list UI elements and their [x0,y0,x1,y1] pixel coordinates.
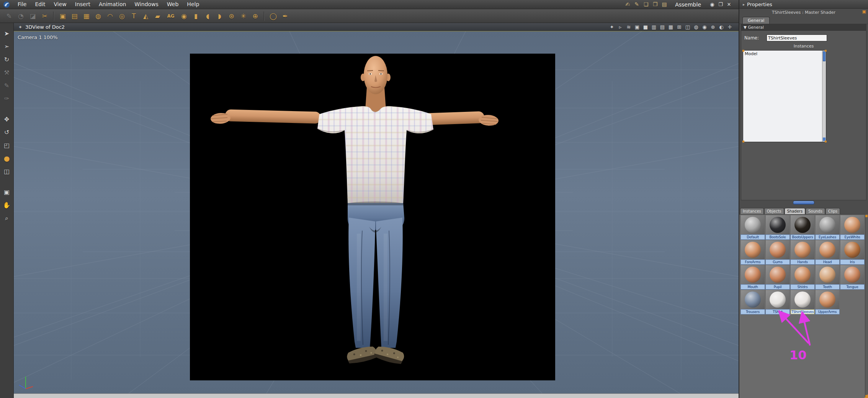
zoom-tool-icon[interactable]: ⌕ [2,213,12,224]
menu-windows[interactable]: Windows [130,0,163,9]
tab-sounds[interactable]: Sounds [806,208,825,214]
collapse-triangle-icon[interactable]: ▸ [743,2,745,7]
viewport-icon-8[interactable]: ▦ [667,23,675,31]
insert-fountain-icon[interactable]: ✳ [238,11,248,21]
snap-tool-icon[interactable]: ◫ [2,166,12,177]
shader-item-tshirt[interactable]: TShirt [765,290,790,314]
insert-particle-emitter-icon[interactable]: ⊛ [226,11,237,21]
viewport-icon-10[interactable]: ◫ [683,23,692,31]
resize-grip[interactable] [742,50,744,52]
pan-tool-icon[interactable]: ✋ [2,200,12,211]
menu-insert[interactable]: Insert [71,0,95,9]
menu-view[interactable]: View [50,0,71,9]
browser-scrollbar[interactable] [865,214,868,398]
shader-item-hands[interactable]: Hands [790,240,815,265]
scroll-grip-top[interactable] [865,215,868,217]
viewport-icon-2[interactable]: ▹ [616,23,624,31]
instances-list[interactable]: Model [743,50,826,142]
viewport-icon-13[interactable]: ⊕ [709,23,717,31]
name-input[interactable] [767,34,827,41]
move-tool-icon[interactable]: ✥ [2,114,12,125]
tab-clips[interactable]: Clips [825,208,840,214]
insert-text-icon[interactable]: T [129,11,139,21]
viewport-icon-11[interactable]: ◍ [692,23,700,31]
menu-web[interactable]: Web [163,0,183,9]
viewport-icon-7[interactable]: ▤ [658,23,667,31]
viewport-icon-4[interactable]: ▣ [633,23,641,31]
insert-atom-icon[interactable]: ⊕ [250,11,260,21]
shader-item-tshirtsleeves[interactable]: TShirtSleeves [790,290,815,314]
viewport-icon-14[interactable]: ◐ [717,23,726,31]
scrollbar-thumb[interactable] [823,51,825,61]
shader-item-head[interactable]: Head [815,240,840,265]
shader-item-bootsuppers[interactable]: BootsUppers [790,215,815,240]
viewport-icon-9[interactable]: ⊞ [675,23,683,31]
viewport-icon-1[interactable]: ✦ [608,23,616,31]
insert-light-icon[interactable]: ◯ [268,11,278,21]
shader-item-upperarms[interactable]: UpperArms [815,290,840,314]
preview-quality-tool-icon[interactable]: ▣ [2,187,12,198]
resize-grip[interactable] [825,141,827,142]
shader-item-mouth[interactable]: Mouth [740,265,765,290]
eyedropper-tool-icon[interactable]: ✒ [280,11,290,21]
shader-item-trousers[interactable]: Trousers [740,290,765,314]
shader-item-tongue[interactable]: Tongue [840,265,865,290]
rotate-tool-icon[interactable]: ↺ [2,127,12,138]
shader-item-default[interactable]: Default [740,215,765,240]
knife-tool-icon[interactable]: ✂ [39,11,50,21]
tab-shaders[interactable]: Shaders [785,208,806,214]
menu-file[interactable]: File [13,0,31,9]
direct-select-tool-icon[interactable]: ➣ [2,41,12,52]
insert-block-icon[interactable]: ▰ [152,11,163,21]
panel-menu-icon[interactable]: ▣ [862,9,866,14]
insert-grid-icon[interactable]: ▦ [81,11,92,21]
orbit-tool-icon[interactable]: ↻ [2,54,12,65]
select-tool-icon[interactable]: ➤ [2,28,12,39]
insert-cone-icon[interactable]: ◭ [141,11,151,21]
camera-view[interactable] [190,54,555,380]
insert-torus-icon[interactable]: ◎ [117,11,127,21]
visibility-button[interactable]: ◉ [708,0,716,9]
shader-item-shldrs[interactable]: Shldrs [790,265,815,290]
insert-cylinder-icon[interactable]: ▮ [191,11,201,21]
panel-splitter[interactable] [739,200,868,206]
menu-animation[interactable]: Animation [95,0,130,9]
resize-grip[interactable] [825,50,827,52]
room-icon-render[interactable]: ▤ [660,0,669,9]
insert-capsule-icon[interactable]: ◗ [214,11,225,21]
insert-arc-icon[interactable]: ◠ [105,11,115,21]
restore-button[interactable]: ❐ [716,0,725,9]
shader-item-eyewhite[interactable]: EyeWhite [840,215,865,240]
bottom-scrollbar[interactable] [14,393,739,398]
shader-item-gums[interactable]: Gums [765,240,790,265]
insert-font-icon[interactable]: AG [164,11,177,21]
room-icon-model[interactable]: ✎ [632,0,641,9]
shader-item-teeth[interactable]: Teeth [815,265,840,290]
viewport-icon-15[interactable]: ✛ [726,23,734,31]
room-icon-assemble[interactable]: ✍ [623,0,632,9]
panel-resize-corner[interactable] [864,394,868,398]
insert-plane-icon[interactable]: ▤ [69,11,80,21]
close-button[interactable]: ✕ [725,0,733,9]
general-section-bar[interactable]: ▼ General [741,25,866,31]
shader-item-bootssole[interactable]: BootsSole [765,215,790,240]
viewport-icon-12[interactable]: ◉ [700,23,709,31]
shader-item-forearms[interactable]: ForeArms [740,240,765,265]
tab-objects[interactable]: Objects [764,208,784,214]
viewport-icon-5[interactable]: ■ [641,23,650,31]
room-icon-texture[interactable]: ❐ [651,0,660,9]
resize-grip[interactable] [742,141,744,142]
shader-item-pupil[interactable]: Pupil [765,265,790,290]
shader-item-eyelashes[interactable]: EyeLashes [815,215,840,240]
viewport[interactable]: Camera 1 100% [14,31,739,393]
menu-help[interactable]: Help [183,0,203,9]
instance-item[interactable]: Model [743,51,826,57]
insert-half-sphere-icon[interactable]: ◖ [203,11,213,21]
properties-header[interactable]: ▸ Properties [739,0,868,9]
section-triangle-icon[interactable]: ▼ [744,25,747,29]
shader-item-iris[interactable]: Iris [840,240,865,265]
viewport-icon-3[interactable]: ≋ [624,23,633,31]
scale-tool-icon[interactable]: ◰ [2,140,12,151]
insert-target-icon[interactable]: ◉ [179,11,189,21]
insert-sphere-icon[interactable]: ◍ [93,11,103,21]
